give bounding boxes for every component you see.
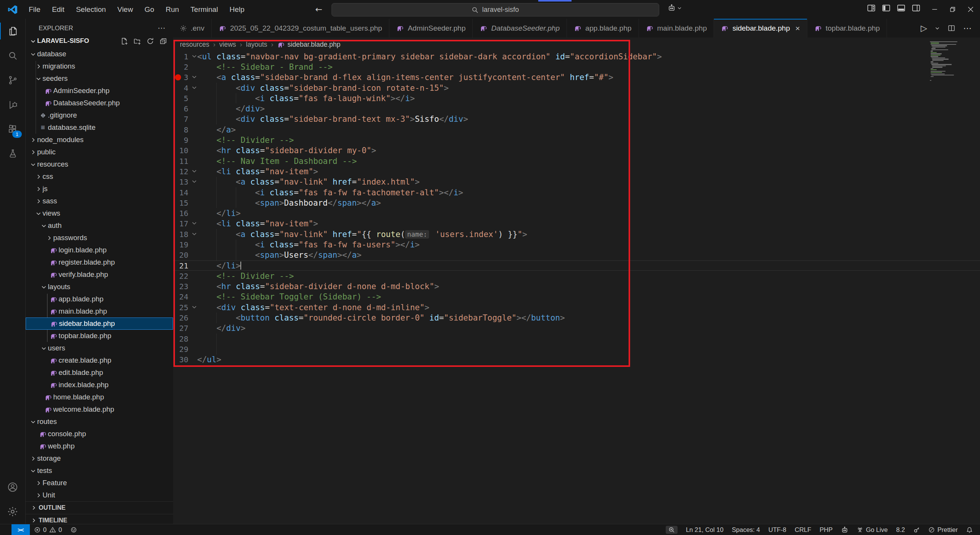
code-line-7[interactable]: 7<div class="sidebar-brand-text mx-3">Si…	[173, 114, 980, 124]
code-line-24[interactable]: 24<!-- Sidebar Toggler (Sidebar) -->	[173, 292, 980, 302]
close-icon[interactable]: ×	[795, 24, 800, 33]
line-number[interactable]: 30	[173, 355, 188, 364]
gutter[interactable]: 20	[173, 250, 197, 260]
gutter[interactable]: 12	[173, 166, 197, 177]
tree-item-seeders[interactable]: seeders	[26, 72, 173, 85]
tree-item-app-blade-php[interactable]: app.blade.php	[26, 293, 173, 305]
php-version[interactable]: 8.2	[892, 526, 909, 533]
line-number[interactable]: 14	[173, 188, 188, 197]
eol[interactable]: CRLF	[791, 526, 815, 533]
gutter[interactable]: 22	[173, 271, 197, 281]
line-number[interactable]: 9	[173, 136, 188, 145]
tree-item-css[interactable]: css	[26, 170, 173, 183]
code-line-15[interactable]: 15<span>Dashboard</span></a>	[173, 198, 980, 208]
remote-indicator[interactable]: ><	[11, 524, 30, 535]
gutter[interactable]: 14	[173, 187, 197, 198]
fold-chevron-icon[interactable]	[191, 53, 197, 59]
line-number[interactable]: 27	[173, 324, 188, 333]
code-editor[interactable]: 1<ul class="navbar-nav bg-gradient-prima…	[173, 51, 980, 396]
source-control-activity-icon[interactable]	[0, 68, 25, 92]
gutter[interactable]: 6	[173, 103, 197, 114]
explorer-activity-icon[interactable]	[0, 19, 25, 43]
line-number[interactable]: 29	[173, 345, 188, 354]
fold-chevron-icon[interactable]	[191, 85, 197, 90]
tree-item-resources[interactable]: resources	[26, 158, 173, 170]
minimize-button[interactable]	[926, 0, 944, 19]
fold-chevron-icon[interactable]	[191, 178, 197, 184]
more-actions-icon[interactable]: ⋯	[963, 23, 972, 33]
gutter[interactable]: 23	[173, 281, 197, 292]
tree-item-storage[interactable]: storage	[26, 452, 173, 465]
toggle-sidebar-icon[interactable]	[881, 3, 891, 13]
gutter[interactable]: 1	[173, 51, 197, 62]
refresh-icon[interactable]	[147, 38, 154, 45]
line-number[interactable]: 23	[173, 282, 188, 291]
gutter[interactable]: 7	[173, 114, 197, 124]
gutter[interactable]: 4	[173, 83, 197, 93]
code-line-14[interactable]: 14<i class="fas fa-fw fa-tachometer-alt"…	[173, 187, 980, 198]
tab-2025-05-22-042329-costum-table-users-php[interactable]: 2025_05_22_042329_costum_table_users.php	[212, 19, 389, 38]
outline-section[interactable]: OUTLINE	[26, 501, 173, 514]
tree-item-js[interactable]: js	[26, 183, 173, 195]
tree-item-tests[interactable]: tests	[26, 465, 173, 477]
tree-item-unit[interactable]: Unit	[26, 489, 173, 501]
code-line-2[interactable]: 2<!-- Sidebar - Brand -->	[173, 62, 980, 72]
tree-item-migrations[interactable]: migrations	[26, 60, 173, 72]
line-number[interactable]: 20	[173, 250, 188, 260]
gutter[interactable]: 28	[173, 334, 197, 344]
gutter[interactable]: 10	[173, 146, 197, 156]
line-number[interactable]: 8	[173, 125, 188, 134]
code-line-18[interactable]: 18<a class="nav-link" href="{{ route(nam…	[173, 229, 980, 239]
new-file-icon[interactable]	[121, 38, 128, 45]
feedback-smiley[interactable]	[66, 524, 81, 535]
line-number[interactable]: 19	[173, 240, 188, 249]
tree-item-create-blade-php[interactable]: create.blade.php	[26, 354, 173, 366]
cursor-position[interactable]: Ln 21, Col 10	[682, 526, 728, 533]
fold-chevron-icon[interactable]	[191, 304, 197, 310]
gutter[interactable]: 27	[173, 323, 197, 334]
toggle-panel-icon[interactable]	[896, 3, 906, 13]
tree-item-main-blade-php[interactable]: main.blade.php	[26, 305, 173, 317]
gutter[interactable]: 26	[173, 312, 197, 323]
line-number[interactable]: 26	[173, 313, 188, 322]
fold-chevron-icon[interactable]	[191, 168, 197, 174]
gutter[interactable]: 11	[173, 156, 197, 166]
line-number[interactable]: 2	[173, 62, 188, 72]
back-arrow-icon[interactable]: ←	[315, 5, 322, 14]
tree-item-routes[interactable]: routes	[26, 416, 173, 428]
language-mode[interactable]: PHP	[815, 526, 837, 533]
gutter[interactable]: 9	[173, 135, 197, 145]
gutter[interactable]: 13	[173, 177, 197, 187]
code-line-5[interactable]: 5<i class="fas fa-laugh-wink"></i>	[173, 93, 980, 103]
menu-item-file[interactable]: File	[23, 3, 46, 16]
encoding[interactable]: UTF-8	[764, 526, 791, 533]
gutter[interactable]: 18	[173, 229, 197, 239]
tree-item-databaseseeder-php[interactable]: DatabaseSeeder.php	[26, 97, 173, 109]
menu-item-view[interactable]: View	[112, 3, 139, 16]
menu-item-terminal[interactable]: Terminal	[185, 3, 224, 16]
notifications[interactable]	[962, 527, 977, 533]
php-tools[interactable]	[909, 527, 924, 533]
customize-layout-icon[interactable]	[866, 3, 876, 13]
line-number[interactable]: 4	[173, 83, 188, 93]
gutter[interactable]: 15	[173, 198, 197, 208]
breadcrumb-file[interactable]: sidebar.blade.php	[277, 41, 340, 49]
code-line-27[interactable]: 27</div>	[173, 323, 980, 334]
extensions-activity-icon[interactable]: 1	[0, 117, 25, 141]
go-live[interactable]: Go Live	[853, 526, 892, 533]
tree-item-sass[interactable]: sass	[26, 195, 173, 207]
line-number[interactable]: 16	[173, 209, 188, 218]
line-number[interactable]: 18	[173, 230, 188, 239]
gutter[interactable]: 17	[173, 219, 197, 229]
code-line-29[interactable]: 29	[173, 344, 980, 354]
tab-main-blade-php[interactable]: main.blade.php	[639, 19, 714, 38]
line-number[interactable]: 7	[173, 115, 188, 124]
code-line-4[interactable]: 4<div class="sidebar-brand-icon rotate-n…	[173, 83, 980, 93]
settings-gear-icon[interactable]	[0, 499, 25, 524]
line-number[interactable]: 12	[173, 167, 188, 176]
tree-item-register-blade-php[interactable]: register.blade.php	[26, 256, 173, 268]
collapse-folders-icon[interactable]	[160, 38, 167, 45]
menu-item-run[interactable]: Run	[160, 3, 185, 16]
line-number[interactable]: 1	[173, 52, 188, 61]
code-line-23[interactable]: 23<hr class="sidebar-divider d-none d-md…	[173, 281, 980, 292]
